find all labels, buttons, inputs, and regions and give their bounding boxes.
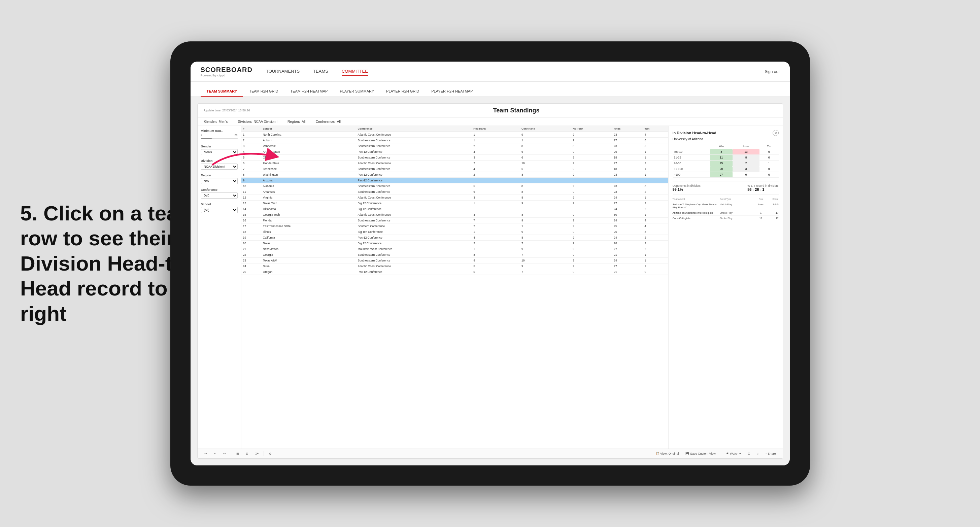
dashboard-panel: Update time: 27/03/2024 15:56:26 Team St… (197, 103, 783, 459)
table-row[interactable]: 1North CarolinaAtlantic Coast Conference… (241, 132, 668, 138)
table-row[interactable]: 21New MexicoMountain West Conference1992… (241, 246, 668, 252)
arrow-indicator (209, 145, 283, 173)
region-filter: Region: All (288, 120, 305, 124)
h2h-table-row: >1002700 (673, 172, 779, 178)
table-row[interactable]: 17East Tennessee StateSouthern Conferenc… (241, 224, 668, 229)
table-row[interactable]: 18IllinoisBig Ten Conference199263 (241, 229, 668, 235)
h2h-table-row: 11-251180 (673, 155, 779, 160)
logo-title: SCOREBOARD (200, 66, 253, 74)
top-nav: SCOREBOARD Powered by clippd TOURNAMENTS… (191, 62, 790, 82)
left-sidebar: Minimum Rou... 4 20 Gender (197, 126, 241, 449)
gender-filter: Gender: Men's (204, 120, 228, 124)
sub-nav: TEAM SUMMARY TEAM H2H GRID TEAM H2H HEAT… (191, 82, 790, 97)
panel-title: Team Standings (257, 107, 776, 114)
col-reg-rank: Reg Rank (472, 126, 520, 132)
tournament-row-1: Jackson T. Stephens Cup Men's Match-Play… (673, 202, 779, 210)
table-row[interactable]: 5Ole MissSoutheastern Conference369181 (241, 155, 668, 160)
toolbar: ↩ ↩ ↪ ⊞ ⊟ □+ ⊙ 📋 View: Original 💾 Save C… (197, 449, 783, 458)
table-row[interactable]: 25OregonPac-12 Conference579210 (241, 269, 668, 275)
table-row[interactable]: 7TennesseeSoutheastern Conference469181 (241, 166, 668, 172)
tablet-screen: SCOREBOARD Powered by clippd TOURNAMENTS… (191, 62, 790, 465)
panel-header: Update time: 27/03/2024 15:56:26 Team St… (197, 104, 783, 118)
tournament-section: Tournament Event Type Pos Score Jackson … (673, 194, 779, 221)
tournament-row-3: Cabo Collegiate Stroke Play 11 17 (673, 216, 779, 221)
table-row[interactable]: 9ArizonaPac-12 Conference (241, 178, 668, 183)
h2h-header: In Division Head-to-Head ✕ (673, 130, 779, 136)
table-row[interactable]: 23Texas A&MSoutheastern Conference910924… (241, 258, 668, 264)
col-school: School (261, 126, 356, 132)
h2h-table-row: 26-502521 (673, 160, 779, 166)
sub-nav-player-summary[interactable]: PLAYER SUMMARY (334, 86, 380, 97)
h2h-team-name: University of Arizona (673, 137, 779, 141)
close-button[interactable]: ✕ (773, 130, 779, 136)
sub-nav-team-h2h-heatmap[interactable]: TEAM H2H HEATMAP (284, 86, 334, 97)
h2h-title: In Division Head-to-Head (673, 131, 716, 135)
nav-tournaments[interactable]: TOURNAMENTS (266, 67, 300, 76)
table-row[interactable]: 19CaliforniaPac-12 Conference489242 (241, 235, 668, 241)
table-row[interactable]: 14OklahomaBig 12 Conference242 (241, 206, 668, 212)
min-rounds-group: Minimum Rou... 4 20 (201, 129, 238, 141)
table-row[interactable]: 8WashingtonPac-12 Conference289231 (241, 172, 668, 178)
sub-nav-team-h2h-grid[interactable]: TEAM H2H GRID (243, 86, 284, 97)
tablet-device: SCOREBOARD Powered by clippd TOURNAMENTS… (170, 41, 810, 486)
zoom-out-btn[interactable]: ⊟ (244, 451, 250, 456)
table-header-row: # School Conference Reg Rank Conf Rank N… (241, 126, 668, 132)
tournament-row-2: Arizona Thunderbirds Intercollegiate Str… (673, 210, 779, 216)
table-row[interactable]: 22GeorgiaSoutheastern Conference879211 (241, 252, 668, 258)
nav-links: TOURNAMENTS TEAMS COMMITTEE (266, 67, 765, 76)
share-btn[interactable]: ↑ Share (764, 451, 777, 456)
sub-nav-player-h2h-heatmap[interactable]: PLAYER H2H HEATMAP (425, 86, 479, 97)
watch-btn[interactable]: 👁 Watch ▾ (724, 451, 743, 456)
table-row[interactable]: 24DukeAtlantic Coast Conference599271 (241, 264, 668, 269)
table-row[interactable]: 6Florida StateAtlantic Coast Conference2… (241, 160, 668, 166)
rounds-slider[interactable] (201, 138, 238, 139)
region-group: Region N/A (201, 174, 238, 184)
table-row[interactable]: 10AlabamaSoutheastern Conference589233 (241, 183, 668, 189)
redo-btn[interactable]: ↪ (221, 451, 228, 456)
fit-btn[interactable]: □+ (253, 451, 261, 456)
zoom-in-btn[interactable]: ⊞ (235, 451, 241, 456)
col-no-tour: No Tour (571, 126, 612, 132)
school-select[interactable]: (All) (201, 207, 238, 213)
sub-nav-team-summary[interactable]: TEAM SUMMARY (200, 86, 243, 97)
table-row[interactable]: 3VanderbiltSoutheastern Conference288235 (241, 143, 668, 149)
sign-out-link[interactable]: Sign out (765, 69, 780, 74)
division-filter: Division: NCAA Division I (238, 120, 277, 124)
standings-table-area: # School Conference Reg Rank Conf Rank N… (241, 126, 668, 449)
settings-btn[interactable]: ⊙ (267, 451, 274, 456)
table-row[interactable]: 16FloridaSoutheastern Conference799244 (241, 218, 668, 224)
filters-row: Gender: Men's Division: NCAA Division I … (197, 118, 783, 126)
conference-filter: Conference: All (315, 120, 340, 124)
view-original-btn[interactable]: 📋 View: Original (654, 451, 681, 456)
panel-body: Minimum Rou... 4 20 Gender (197, 126, 783, 449)
col-rnds: Rnds (612, 126, 643, 132)
h2h-table-row: Top 103130 (673, 149, 779, 155)
col-conf-rank: Conf Rank (520, 126, 571, 132)
undo-btn[interactable]: ↩ (203, 451, 209, 456)
region-select[interactable]: N/A (201, 178, 238, 184)
table-row[interactable]: 20TexasBig 12 Conference379282 (241, 241, 668, 246)
tournament-col-headers: Tournament Event Type Pos Score (673, 197, 779, 201)
h2h-table-row: 51-1002030 (673, 166, 779, 172)
nav-teams[interactable]: TEAMS (313, 67, 328, 76)
sub-nav-player-h2h-grid[interactable]: PLAYER H2H GRID (380, 86, 425, 97)
save-custom-view-btn[interactable]: 💾 Save Custom View (684, 451, 717, 456)
table-row[interactable]: 11ArkansasSoutheastern Conference689232 (241, 189, 668, 195)
conference-group: Conference (All) (201, 188, 238, 198)
sort-btn[interactable]: ↕ (756, 451, 760, 456)
conference-select[interactable]: (All) (201, 192, 238, 198)
opponents-row: Opponents in division: 99.1% W-L-T recor… (673, 181, 779, 192)
table-row[interactable]: 15Georgia TechAtlantic Coast Conference4… (241, 212, 668, 218)
h2h-table: Win Loss Tie Top 10313011-25118026-50252… (673, 144, 779, 178)
logo-area: SCOREBOARD Powered by clippd (200, 66, 253, 77)
table-row[interactable]: 12VirginiaAtlantic Coast Conference38924… (241, 195, 668, 200)
table-row[interactable]: 2AuburnSoutheastern Conference119276 (241, 138, 668, 143)
undo2-btn[interactable]: ↩ (212, 451, 218, 456)
grid-btn[interactable]: ⊡ (746, 451, 752, 456)
table-row[interactable]: 13Texas TechBig 12 Conference199272 (241, 200, 668, 206)
col-rank: # (241, 126, 261, 132)
col-win: Win (643, 126, 668, 132)
nav-committee[interactable]: COMMITTEE (342, 67, 368, 76)
table-row[interactable]: 4Arizona StatePac-12 Conference469261 (241, 149, 668, 155)
col-conference: Conference (356, 126, 472, 132)
